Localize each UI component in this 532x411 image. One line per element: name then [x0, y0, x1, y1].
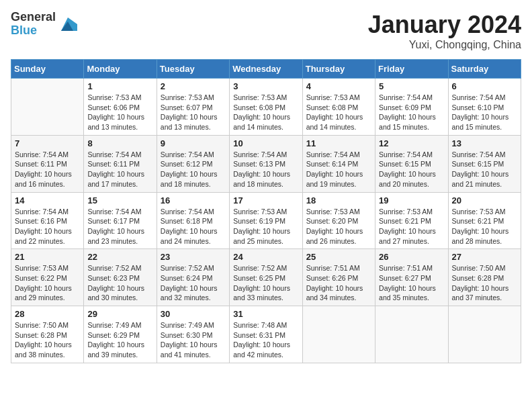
- day-info: Sunrise: 7:54 AM Sunset: 6:12 PM Dayligh…: [161, 150, 226, 189]
- calendar-cell: 19Sunrise: 7:53 AM Sunset: 6:21 PM Dayli…: [375, 192, 448, 249]
- day-info: Sunrise: 7:54 AM Sunset: 6:18 PM Dayligh…: [161, 207, 226, 246]
- calendar-cell: 12Sunrise: 7:54 AM Sunset: 6:15 PM Dayli…: [375, 135, 448, 192]
- day-number: 9: [161, 138, 226, 148]
- calendar-cell: 2Sunrise: 7:53 AM Sunset: 6:07 PM Daylig…: [157, 79, 229, 136]
- day-info: Sunrise: 7:53 AM Sunset: 6:06 PM Dayligh…: [87, 93, 152, 132]
- day-number: 24: [233, 252, 298, 262]
- day-info: Sunrise: 7:53 AM Sunset: 6:08 PM Dayligh…: [306, 93, 371, 132]
- day-info: Sunrise: 7:52 AM Sunset: 6:23 PM Dayligh…: [87, 263, 152, 303]
- calendar-cell: [11, 79, 84, 136]
- calendar-week-row: 28Sunrise: 7:50 AM Sunset: 6:28 PM Dayli…: [11, 306, 521, 363]
- calendar-cell: 18Sunrise: 7:53 AM Sunset: 6:20 PM Dayli…: [302, 192, 375, 249]
- day-number: 5: [379, 81, 444, 91]
- day-info: Sunrise: 7:53 AM Sunset: 6:19 PM Dayligh…: [233, 207, 298, 246]
- calendar-cell: 10Sunrise: 7:54 AM Sunset: 6:13 PM Dayli…: [230, 135, 302, 192]
- page-header: General Blue January 2024 Yuxi, Chongqin…: [11, 11, 521, 51]
- calendar-body: 1Sunrise: 7:53 AM Sunset: 6:06 PM Daylig…: [11, 79, 521, 363]
- day-info: Sunrise: 7:54 AM Sunset: 6:15 PM Dayligh…: [379, 150, 444, 189]
- calendar-cell: 22Sunrise: 7:52 AM Sunset: 6:23 PM Dayli…: [84, 249, 157, 306]
- day-number: 1: [87, 81, 152, 91]
- calendar-cell: 11Sunrise: 7:54 AM Sunset: 6:14 PM Dayli…: [302, 135, 375, 192]
- day-info: Sunrise: 7:51 AM Sunset: 6:27 PM Dayligh…: [379, 263, 444, 303]
- weekday-header: Monday: [84, 60, 157, 79]
- month-title: January 2024: [368, 11, 521, 39]
- calendar-cell: 14Sunrise: 7:54 AM Sunset: 6:16 PM Dayli…: [11, 192, 84, 249]
- logo: General Blue: [11, 11, 77, 38]
- calendar-cell: 9Sunrise: 7:54 AM Sunset: 6:12 PM Daylig…: [157, 135, 229, 192]
- calendar-cell: 28Sunrise: 7:50 AM Sunset: 6:28 PM Dayli…: [11, 306, 84, 363]
- day-info: Sunrise: 7:49 AM Sunset: 6:30 PM Dayligh…: [161, 320, 226, 360]
- calendar-cell: 20Sunrise: 7:53 AM Sunset: 6:21 PM Dayli…: [448, 192, 521, 249]
- calendar-cell: 4Sunrise: 7:53 AM Sunset: 6:08 PM Daylig…: [302, 79, 375, 136]
- day-number: 19: [379, 195, 444, 205]
- day-number: 20: [452, 195, 517, 205]
- calendar-table: SundayMondayTuesdayWednesdayThursdayFrid…: [11, 59, 521, 363]
- logo-blue: Blue: [11, 24, 56, 38]
- calendar-cell: 5Sunrise: 7:54 AM Sunset: 6:09 PM Daylig…: [375, 79, 448, 136]
- calendar-week-row: 21Sunrise: 7:53 AM Sunset: 6:22 PM Dayli…: [11, 249, 521, 306]
- day-info: Sunrise: 7:53 AM Sunset: 6:20 PM Dayligh…: [306, 207, 371, 246]
- day-info: Sunrise: 7:53 AM Sunset: 6:08 PM Dayligh…: [233, 93, 298, 132]
- day-info: Sunrise: 7:53 AM Sunset: 6:22 PM Dayligh…: [15, 263, 80, 303]
- day-number: 13: [452, 138, 517, 148]
- day-info: Sunrise: 7:53 AM Sunset: 6:21 PM Dayligh…: [379, 207, 444, 246]
- calendar-cell: 8Sunrise: 7:54 AM Sunset: 6:11 PM Daylig…: [84, 135, 157, 192]
- calendar-cell: 17Sunrise: 7:53 AM Sunset: 6:19 PM Dayli…: [230, 192, 302, 249]
- day-number: 4: [306, 81, 371, 91]
- weekday-header: Thursday: [302, 60, 375, 79]
- calendar-cell: 15Sunrise: 7:54 AM Sunset: 6:17 PM Dayli…: [84, 192, 157, 249]
- day-info: Sunrise: 7:48 AM Sunset: 6:31 PM Dayligh…: [233, 320, 298, 360]
- day-number: 15: [87, 195, 152, 205]
- calendar-cell: [375, 306, 448, 363]
- day-info: Sunrise: 7:52 AM Sunset: 6:25 PM Dayligh…: [233, 263, 298, 303]
- day-number: 2: [161, 81, 226, 91]
- day-number: 16: [161, 195, 226, 205]
- day-number: 30: [161, 309, 226, 319]
- day-number: 28: [15, 309, 80, 319]
- logo-general: General: [11, 11, 56, 24]
- day-info: Sunrise: 7:54 AM Sunset: 6:14 PM Dayligh…: [306, 150, 371, 189]
- day-info: Sunrise: 7:50 AM Sunset: 6:28 PM Dayligh…: [452, 263, 517, 303]
- calendar-cell: 26Sunrise: 7:51 AM Sunset: 6:27 PM Dayli…: [375, 249, 448, 306]
- logo-icon: [58, 15, 77, 34]
- day-number: 12: [379, 138, 444, 148]
- day-info: Sunrise: 7:49 AM Sunset: 6:29 PM Dayligh…: [87, 320, 152, 360]
- weekday-header: Wednesday: [230, 60, 302, 79]
- calendar-header: SundayMondayTuesdayWednesdayThursdayFrid…: [11, 60, 521, 79]
- day-info: Sunrise: 7:54 AM Sunset: 6:17 PM Dayligh…: [87, 207, 152, 246]
- day-number: 7: [15, 138, 80, 148]
- calendar-cell: 21Sunrise: 7:53 AM Sunset: 6:22 PM Dayli…: [11, 249, 84, 306]
- calendar-cell: 16Sunrise: 7:54 AM Sunset: 6:18 PM Dayli…: [157, 192, 229, 249]
- day-number: 23: [161, 252, 226, 262]
- calendar-cell: 1Sunrise: 7:53 AM Sunset: 6:06 PM Daylig…: [84, 79, 157, 136]
- day-info: Sunrise: 7:54 AM Sunset: 6:16 PM Dayligh…: [15, 207, 80, 246]
- day-number: 6: [452, 81, 517, 91]
- calendar-cell: 27Sunrise: 7:50 AM Sunset: 6:28 PM Dayli…: [448, 249, 521, 306]
- calendar-week-row: 1Sunrise: 7:53 AM Sunset: 6:06 PM Daylig…: [11, 79, 521, 136]
- weekday-header: Sunday: [11, 60, 84, 79]
- calendar-cell: 29Sunrise: 7:49 AM Sunset: 6:29 PM Dayli…: [84, 306, 157, 363]
- day-number: 18: [306, 195, 371, 205]
- day-info: Sunrise: 7:51 AM Sunset: 6:26 PM Dayligh…: [306, 263, 371, 303]
- day-number: 22: [87, 252, 152, 262]
- day-info: Sunrise: 7:54 AM Sunset: 6:11 PM Dayligh…: [87, 150, 152, 189]
- day-info: Sunrise: 7:54 AM Sunset: 6:15 PM Dayligh…: [452, 150, 517, 189]
- calendar-cell: 31Sunrise: 7:48 AM Sunset: 6:31 PM Dayli…: [230, 306, 302, 363]
- day-info: Sunrise: 7:53 AM Sunset: 6:07 PM Dayligh…: [161, 93, 226, 132]
- day-info: Sunrise: 7:53 AM Sunset: 6:21 PM Dayligh…: [452, 207, 517, 246]
- calendar-cell: 23Sunrise: 7:52 AM Sunset: 6:24 PM Dayli…: [157, 249, 229, 306]
- day-info: Sunrise: 7:52 AM Sunset: 6:24 PM Dayligh…: [161, 263, 226, 303]
- day-number: 8: [87, 138, 152, 148]
- calendar-cell: 3Sunrise: 7:53 AM Sunset: 6:08 PM Daylig…: [230, 79, 302, 136]
- day-info: Sunrise: 7:54 AM Sunset: 6:13 PM Dayligh…: [233, 150, 298, 189]
- calendar-cell: [302, 306, 375, 363]
- weekday-header: Friday: [375, 60, 448, 79]
- day-number: 3: [233, 81, 298, 91]
- calendar-cell: 24Sunrise: 7:52 AM Sunset: 6:25 PM Dayli…: [230, 249, 302, 306]
- calendar-week-row: 7Sunrise: 7:54 AM Sunset: 6:11 PM Daylig…: [11, 135, 521, 192]
- weekday-header: Tuesday: [157, 60, 229, 79]
- day-number: 17: [233, 195, 298, 205]
- weekday-row: SundayMondayTuesdayWednesdayThursdayFrid…: [11, 60, 521, 79]
- calendar-cell: 25Sunrise: 7:51 AM Sunset: 6:26 PM Dayli…: [302, 249, 375, 306]
- calendar-cell: 30Sunrise: 7:49 AM Sunset: 6:30 PM Dayli…: [157, 306, 229, 363]
